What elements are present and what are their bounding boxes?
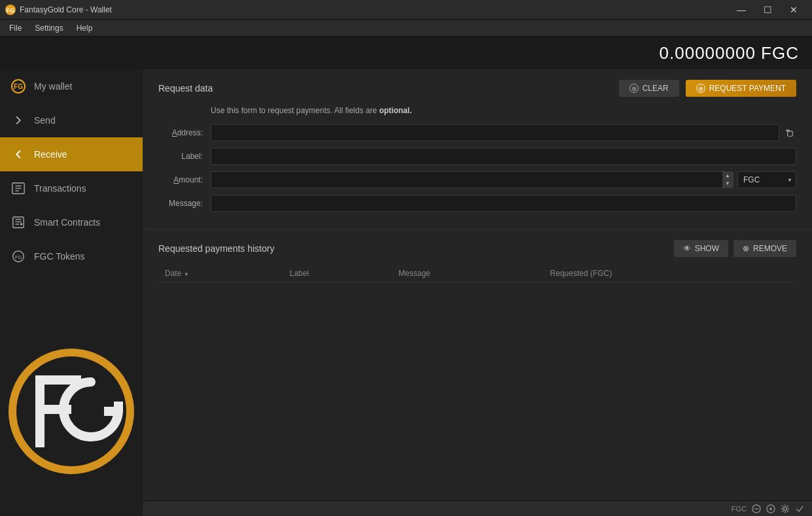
sidebar-item-send[interactable]: Send [0, 103, 143, 137]
wallet-icon: FG [10, 78, 26, 94]
svg-point-26 [784, 507, 787, 510]
transactions-icon [10, 181, 26, 196]
amount-label: Amount: [158, 175, 211, 184]
sidebar-label-fgc-tokens: FGC Tokens [34, 251, 85, 262]
col-date[interactable]: Date ▼ [158, 265, 283, 283]
sidebar-item-fgc-tokens[interactable]: FG FGC Tokens [0, 239, 143, 273]
svg-text:FG: FG [15, 254, 22, 260]
history-table: Date ▼ Label Message Requested (FGC) [158, 265, 796, 283]
title-bar: FG FantasyGold Core - Wallet — ☐ ✕ [0, 0, 812, 20]
menu-bar: File Settings Help [0, 20, 812, 37]
remove-button[interactable]: ⊗ REMOVE [733, 240, 796, 257]
request-payment-circle-icon: ⊕ [696, 84, 705, 93]
sidebar-item-transactions[interactable]: Transactions [0, 171, 143, 205]
fgc-tokens-icon: FG [10, 249, 26, 264]
label-label: Label: [158, 152, 211, 161]
address-row: Address: [158, 124, 796, 141]
amount-row: Amount: ▲ ▼ FGC USD EUR [158, 171, 796, 188]
app-icon: FG [5, 5, 16, 15]
history-section: Requested payments history 👁 SHOW ⊗ REMO… [143, 230, 812, 500]
sidebar: FG My wallet Send Receive [0, 69, 143, 516]
sidebar-label-my-wallet: My wallet [34, 81, 72, 92]
balance-amount: 0.00000000 FGC [660, 43, 799, 63]
svg-text:FG: FG [14, 83, 23, 90]
send-icon [10, 112, 26, 128]
history-table-head: Date ▼ Label Message Requested (FGC) [158, 265, 796, 283]
sidebar-item-receive[interactable]: Receive [0, 137, 143, 171]
menu-settings[interactable]: Settings [28, 22, 69, 34]
message-row: Message: [158, 195, 796, 212]
menu-file[interactable]: File [3, 22, 28, 34]
sidebar-label-smart-contracts: Smart Contracts [34, 217, 100, 228]
amount-spinners: ▲ ▼ [722, 172, 733, 188]
currency-select[interactable]: FGC USD EUR [737, 171, 796, 188]
address-label: Address: [158, 128, 211, 137]
show-label: SHOW [695, 244, 719, 253]
status-check-icon [795, 504, 804, 513]
amount-down-button[interactable]: ▼ [722, 180, 733, 188]
history-table-header-row: Date ▼ Label Message Requested (FGC) [158, 265, 796, 283]
svg-rect-21 [788, 131, 793, 137]
history-buttons: 👁 SHOW ⊗ REMOVE [674, 240, 796, 257]
address-label-text: ddress: [177, 128, 203, 137]
show-eye-icon: 👁 [683, 244, 691, 253]
close-button[interactable]: ✕ [781, 0, 807, 20]
amount-controls: ▲ ▼ FGC USD EUR [211, 171, 796, 188]
label-input[interactable] [211, 148, 796, 165]
clear-label: CLEAR [643, 84, 669, 93]
sidebar-item-my-wallet[interactable]: FG My wallet [0, 69, 143, 103]
history-title: Requested payments history [158, 243, 274, 254]
receive-icon [10, 146, 26, 162]
status-currency: FGC [732, 505, 747, 513]
request-section-title: Request data [158, 83, 213, 94]
title-bar-controls: — ☐ ✕ [728, 0, 807, 20]
amount-input[interactable] [211, 172, 722, 188]
app-title: FantasyGold Core - Wallet [20, 5, 112, 14]
amount-up-button[interactable]: ▲ [722, 172, 733, 180]
smart-contracts-icon [10, 215, 26, 230]
sidebar-label-send: Send [34, 115, 56, 126]
svg-rect-8 [13, 217, 24, 228]
amount-input-wrap: ▲ ▼ [211, 171, 733, 188]
history-header: Requested payments history 👁 SHOW ⊗ REMO… [158, 240, 796, 257]
svg-point-12 [20, 223, 23, 226]
date-sort-arrow: ▼ [184, 271, 189, 277]
request-section-header: Request data ⊗ CLEAR ⊕ REQUEST PAYMENT [158, 80, 796, 97]
maximize-button[interactable]: ☐ [754, 0, 781, 20]
clear-button[interactable]: ⊗ CLEAR [619, 80, 679, 97]
col-requested: Requested (FGC) [544, 265, 796, 283]
label-row: Label: [158, 148, 796, 165]
balance-bar: 0.00000000 FGC [0, 37, 812, 69]
copy-address-button[interactable] [782, 128, 796, 137]
right-panel: Request data ⊗ CLEAR ⊕ REQUEST PAYMENT U… [143, 69, 812, 516]
minimize-button[interactable]: — [728, 0, 754, 20]
remove-label: REMOVE [753, 244, 787, 253]
svg-point-25 [769, 507, 772, 510]
status-minus-icon [752, 504, 761, 513]
status-network-icon [766, 504, 775, 513]
form-description: Use this form to request payments. All f… [211, 106, 796, 115]
currency-wrap: FGC USD EUR [737, 171, 796, 188]
sidebar-logo [0, 307, 143, 516]
header-buttons: ⊗ CLEAR ⊕ REQUEST PAYMENT [619, 80, 796, 97]
request-payment-button[interactable]: ⊕ REQUEST PAYMENT [686, 80, 796, 97]
address-input[interactable] [211, 124, 779, 141]
title-bar-left: FG FantasyGold Core - Wallet [5, 5, 112, 15]
show-button[interactable]: 👁 SHOW [674, 240, 728, 257]
request-section: Request data ⊗ CLEAR ⊕ REQUEST PAYMENT U… [143, 69, 812, 229]
clear-circle-icon: ⊗ [629, 84, 639, 93]
menu-help[interactable]: Help [70, 22, 99, 34]
status-settings-icon [781, 504, 790, 513]
status-bar: FGC [143, 500, 812, 516]
message-input[interactable] [211, 195, 796, 212]
svg-text:FG: FG [7, 7, 15, 14]
sidebar-label-receive: Receive [34, 149, 67, 160]
request-payment-label: REQUEST PAYMENT [709, 84, 786, 93]
main-content: FG My wallet Send Receive [0, 69, 812, 516]
col-message: Message [392, 265, 543, 283]
col-label: Label [283, 265, 392, 283]
remove-circle-icon: ⊗ [743, 244, 749, 253]
sidebar-item-smart-contracts[interactable]: Smart Contracts [0, 205, 143, 239]
sidebar-label-transactions: Transactions [34, 183, 86, 194]
message-label: Message: [158, 199, 211, 208]
